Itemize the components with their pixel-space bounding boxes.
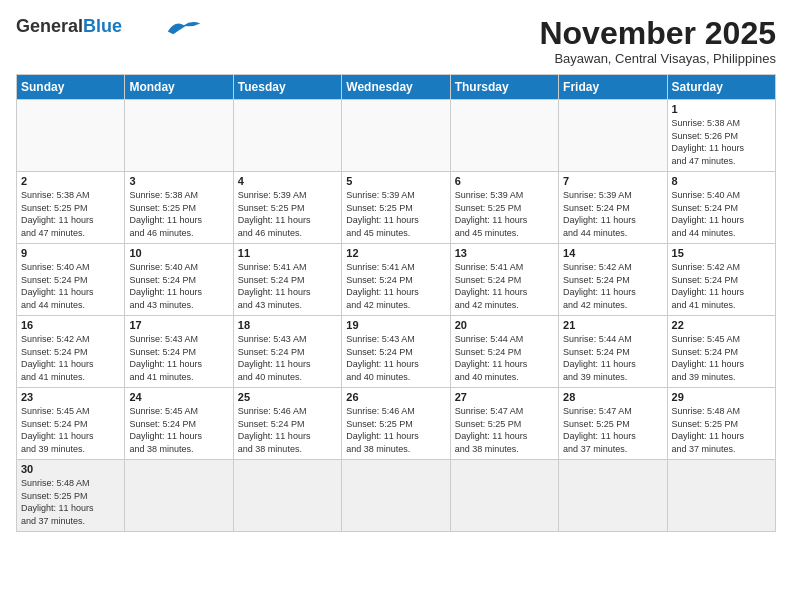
calendar-table: SundayMondayTuesdayWednesdayThursdayFrid…: [16, 74, 776, 532]
calendar-cell: 2Sunrise: 5:38 AM Sunset: 5:25 PM Daylig…: [17, 172, 125, 244]
cell-info: Sunrise: 5:39 AM Sunset: 5:24 PM Dayligh…: [563, 189, 662, 239]
calendar-cell: [667, 460, 775, 532]
calendar-cell: [125, 100, 233, 172]
day-number: 27: [455, 391, 554, 403]
calendar-cell: 13Sunrise: 5:41 AM Sunset: 5:24 PM Dayli…: [450, 244, 558, 316]
calendar-cell: [125, 460, 233, 532]
cell-info: Sunrise: 5:42 AM Sunset: 5:24 PM Dayligh…: [563, 261, 662, 311]
day-number: 23: [21, 391, 120, 403]
day-header-monday: Monday: [125, 75, 233, 100]
day-number: 11: [238, 247, 337, 259]
cell-info: Sunrise: 5:39 AM Sunset: 5:25 PM Dayligh…: [346, 189, 445, 239]
day-number: 6: [455, 175, 554, 187]
calendar-cell: [559, 460, 667, 532]
calendar-cell: 29Sunrise: 5:48 AM Sunset: 5:25 PM Dayli…: [667, 388, 775, 460]
calendar-cell: 14Sunrise: 5:42 AM Sunset: 5:24 PM Dayli…: [559, 244, 667, 316]
day-number: 20: [455, 319, 554, 331]
calendar-cell: 4Sunrise: 5:39 AM Sunset: 5:25 PM Daylig…: [233, 172, 341, 244]
calendar-cell: [559, 100, 667, 172]
day-number: 21: [563, 319, 662, 331]
cell-info: Sunrise: 5:42 AM Sunset: 5:24 PM Dayligh…: [21, 333, 120, 383]
day-number: 19: [346, 319, 445, 331]
calendar-cell: 10Sunrise: 5:40 AM Sunset: 5:24 PM Dayli…: [125, 244, 233, 316]
cell-info: Sunrise: 5:43 AM Sunset: 5:24 PM Dayligh…: [238, 333, 337, 383]
cell-info: Sunrise: 5:45 AM Sunset: 5:24 PM Dayligh…: [129, 405, 228, 455]
calendar-header-row: SundayMondayTuesdayWednesdayThursdayFrid…: [17, 75, 776, 100]
calendar-week-1: 1Sunrise: 5:38 AM Sunset: 5:26 PM Daylig…: [17, 100, 776, 172]
calendar-cell: 18Sunrise: 5:43 AM Sunset: 5:24 PM Dayli…: [233, 316, 341, 388]
title-area: November 2025 Bayawan, Central Visayas, …: [539, 16, 776, 66]
day-number: 2: [21, 175, 120, 187]
month-title: November 2025: [539, 16, 776, 51]
cell-info: Sunrise: 5:38 AM Sunset: 5:25 PM Dayligh…: [21, 189, 120, 239]
calendar-cell: [233, 100, 341, 172]
calendar-week-2: 2Sunrise: 5:38 AM Sunset: 5:25 PM Daylig…: [17, 172, 776, 244]
day-number: 5: [346, 175, 445, 187]
logo: GeneralBlue: [16, 16, 202, 36]
calendar-cell: 30Sunrise: 5:48 AM Sunset: 5:25 PM Dayli…: [17, 460, 125, 532]
logo-bird-icon: [166, 18, 202, 36]
calendar-cell: 22Sunrise: 5:45 AM Sunset: 5:24 PM Dayli…: [667, 316, 775, 388]
day-number: 12: [346, 247, 445, 259]
calendar-week-4: 16Sunrise: 5:42 AM Sunset: 5:24 PM Dayli…: [17, 316, 776, 388]
calendar-cell: 15Sunrise: 5:42 AM Sunset: 5:24 PM Dayli…: [667, 244, 775, 316]
calendar-cell: [342, 100, 450, 172]
calendar-cell: 27Sunrise: 5:47 AM Sunset: 5:25 PM Dayli…: [450, 388, 558, 460]
calendar-cell: 9Sunrise: 5:40 AM Sunset: 5:24 PM Daylig…: [17, 244, 125, 316]
day-header-sunday: Sunday: [17, 75, 125, 100]
calendar-cell: [233, 460, 341, 532]
cell-info: Sunrise: 5:45 AM Sunset: 5:24 PM Dayligh…: [672, 333, 771, 383]
day-number: 17: [129, 319, 228, 331]
day-header-saturday: Saturday: [667, 75, 775, 100]
cell-info: Sunrise: 5:45 AM Sunset: 5:24 PM Dayligh…: [21, 405, 120, 455]
calendar-cell: 25Sunrise: 5:46 AM Sunset: 5:24 PM Dayli…: [233, 388, 341, 460]
calendar-cell: 6Sunrise: 5:39 AM Sunset: 5:25 PM Daylig…: [450, 172, 558, 244]
cell-info: Sunrise: 5:46 AM Sunset: 5:24 PM Dayligh…: [238, 405, 337, 455]
cell-info: Sunrise: 5:47 AM Sunset: 5:25 PM Dayligh…: [455, 405, 554, 455]
day-header-wednesday: Wednesday: [342, 75, 450, 100]
calendar-cell: 8Sunrise: 5:40 AM Sunset: 5:24 PM Daylig…: [667, 172, 775, 244]
day-number: 30: [21, 463, 120, 475]
day-number: 26: [346, 391, 445, 403]
calendar-cell: 24Sunrise: 5:45 AM Sunset: 5:24 PM Dayli…: [125, 388, 233, 460]
cell-info: Sunrise: 5:40 AM Sunset: 5:24 PM Dayligh…: [21, 261, 120, 311]
calendar-cell: 12Sunrise: 5:41 AM Sunset: 5:24 PM Dayli…: [342, 244, 450, 316]
day-number: 15: [672, 247, 771, 259]
calendar-cell: 19Sunrise: 5:43 AM Sunset: 5:24 PM Dayli…: [342, 316, 450, 388]
calendar-cell: 17Sunrise: 5:43 AM Sunset: 5:24 PM Dayli…: [125, 316, 233, 388]
calendar-cell: 3Sunrise: 5:38 AM Sunset: 5:25 PM Daylig…: [125, 172, 233, 244]
calendar-cell: 26Sunrise: 5:46 AM Sunset: 5:25 PM Dayli…: [342, 388, 450, 460]
cell-info: Sunrise: 5:39 AM Sunset: 5:25 PM Dayligh…: [238, 189, 337, 239]
day-number: 8: [672, 175, 771, 187]
calendar-cell: 28Sunrise: 5:47 AM Sunset: 5:25 PM Dayli…: [559, 388, 667, 460]
cell-info: Sunrise: 5:39 AM Sunset: 5:25 PM Dayligh…: [455, 189, 554, 239]
cell-info: Sunrise: 5:43 AM Sunset: 5:24 PM Dayligh…: [129, 333, 228, 383]
day-number: 18: [238, 319, 337, 331]
cell-info: Sunrise: 5:40 AM Sunset: 5:24 PM Dayligh…: [129, 261, 228, 311]
day-header-friday: Friday: [559, 75, 667, 100]
day-number: 14: [563, 247, 662, 259]
day-number: 9: [21, 247, 120, 259]
cell-info: Sunrise: 5:41 AM Sunset: 5:24 PM Dayligh…: [455, 261, 554, 311]
cell-info: Sunrise: 5:44 AM Sunset: 5:24 PM Dayligh…: [455, 333, 554, 383]
day-number: 10: [129, 247, 228, 259]
day-number: 7: [563, 175, 662, 187]
day-number: 4: [238, 175, 337, 187]
cell-info: Sunrise: 5:48 AM Sunset: 5:25 PM Dayligh…: [672, 405, 771, 455]
calendar-cell: [342, 460, 450, 532]
calendar-cell: 16Sunrise: 5:42 AM Sunset: 5:24 PM Dayli…: [17, 316, 125, 388]
cell-info: Sunrise: 5:43 AM Sunset: 5:24 PM Dayligh…: [346, 333, 445, 383]
day-number: 24: [129, 391, 228, 403]
calendar-week-5: 23Sunrise: 5:45 AM Sunset: 5:24 PM Dayli…: [17, 388, 776, 460]
cell-info: Sunrise: 5:38 AM Sunset: 5:25 PM Dayligh…: [129, 189, 228, 239]
calendar-cell: 23Sunrise: 5:45 AM Sunset: 5:24 PM Dayli…: [17, 388, 125, 460]
logo-text: GeneralBlue: [16, 17, 122, 35]
cell-info: Sunrise: 5:40 AM Sunset: 5:24 PM Dayligh…: [672, 189, 771, 239]
page-header: GeneralBlue November 2025 Bayawan, Centr…: [16, 16, 776, 66]
day-number: 25: [238, 391, 337, 403]
calendar-cell: [450, 460, 558, 532]
calendar-cell: 11Sunrise: 5:41 AM Sunset: 5:24 PM Dayli…: [233, 244, 341, 316]
calendar-body: 1Sunrise: 5:38 AM Sunset: 5:26 PM Daylig…: [17, 100, 776, 532]
cell-info: Sunrise: 5:44 AM Sunset: 5:24 PM Dayligh…: [563, 333, 662, 383]
calendar-week-6: 30Sunrise: 5:48 AM Sunset: 5:25 PM Dayli…: [17, 460, 776, 532]
